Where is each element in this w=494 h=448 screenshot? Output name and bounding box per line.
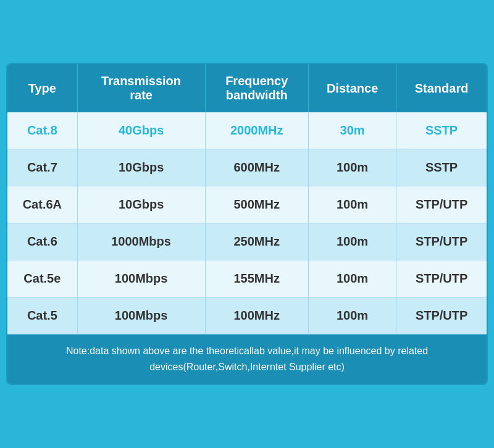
cell-frequency: 600MHz	[205, 149, 308, 186]
cell-type: Cat.6	[7, 223, 77, 260]
cell-standard: STP/UTP	[396, 260, 487, 297]
col-header-distance: Distance	[308, 64, 396, 112]
cell-transmission: 40Gbps	[77, 112, 205, 149]
cell-distance: 100m	[308, 186, 396, 223]
cell-frequency: 500MHz	[205, 186, 308, 223]
cell-transmission: 10Gbps	[77, 149, 205, 186]
comparison-table: Type Transmissionrate Frequencybandwidth…	[6, 63, 488, 384]
table-header-row: Type Transmissionrate Frequencybandwidth…	[7, 64, 487, 112]
cell-distance: 100m	[308, 297, 396, 334]
cell-transmission: 1000Mbps	[77, 223, 205, 260]
table-row: Cat.710Gbps600MHz100mSSTP	[7, 149, 487, 186]
cell-type: Cat.5	[7, 297, 77, 334]
cell-standard: SSTP	[396, 149, 487, 186]
table-row: Cat.5e100Mbps155MHz100mSTP/UTP	[7, 260, 487, 297]
cell-type: Cat.5e	[7, 260, 77, 297]
col-header-standard: Standard	[396, 64, 487, 112]
table-row: Cat.5100Mbps100MHz100mSTP/UTP	[7, 297, 487, 334]
cell-type: Cat.7	[7, 149, 77, 186]
cell-standard: STP/UTP	[396, 186, 487, 223]
cell-type: Cat.6A	[7, 186, 77, 223]
cell-frequency: 100MHz	[205, 297, 308, 334]
cell-type: Cat.8	[7, 112, 77, 149]
cell-transmission: 100Mbps	[77, 260, 205, 297]
table-footer: Note:data shown above are the theoretica…	[7, 334, 487, 383]
table-row: Cat.6A10Gbps500MHz100mSTP/UTP	[7, 186, 487, 223]
col-header-frequency: Frequencybandwidth	[205, 64, 308, 112]
cell-distance: 30m	[308, 112, 396, 149]
col-header-type: Type	[7, 64, 77, 112]
cell-frequency: 155MHz	[205, 260, 308, 297]
cell-frequency: 250MHz	[205, 223, 308, 260]
cell-transmission: 100Mbps	[77, 297, 205, 334]
cell-transmission: 10Gbps	[77, 186, 205, 223]
table-row: Cat.840Gbps2000MHz30mSSTP	[7, 112, 487, 149]
cell-distance: 100m	[308, 223, 396, 260]
cell-frequency: 2000MHz	[205, 112, 308, 149]
cell-standard: STP/UTP	[396, 297, 487, 334]
cell-distance: 100m	[308, 149, 396, 186]
col-header-transmission: Transmissionrate	[77, 64, 205, 112]
table-row: Cat.61000Mbps250MHz100mSTP/UTP	[7, 223, 487, 260]
cell-distance: 100m	[308, 260, 396, 297]
cell-standard: STP/UTP	[396, 223, 487, 260]
cell-standard: SSTP	[396, 112, 487, 149]
